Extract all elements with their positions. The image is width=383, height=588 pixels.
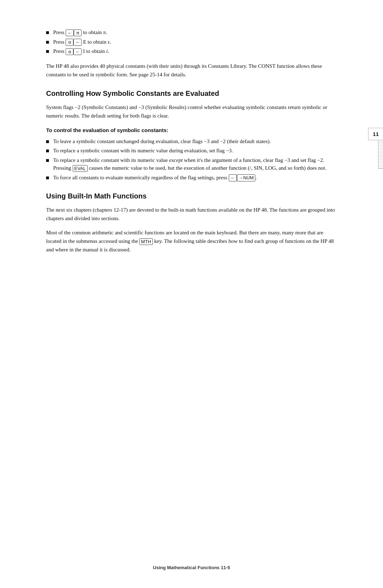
- bullet-icon: [46, 140, 49, 143]
- num-key: →NUM: [237, 174, 256, 181]
- alpha-key: α: [66, 48, 73, 55]
- subsection-heading: To control the evaluation of symbolic co…: [46, 127, 337, 133]
- text-after: I to obtain i.: [82, 48, 109, 54]
- footer: Using Mathematical Functions 11-5: [0, 565, 383, 570]
- press-label: Press: [53, 29, 66, 35]
- control-bullet-list: To leave a symbolic constant unchanged d…: [46, 137, 337, 182]
- intro-paragraph: The HP 48 also provides 40 physical cons…: [46, 62, 337, 79]
- list-item: To leave a symbolic constant unchanged d…: [46, 137, 337, 146]
- list-item: To force all constants to evaluate numer…: [46, 174, 337, 182]
- list-item: Press α← I to obtain i.: [46, 47, 337, 55]
- shift-key: ←: [73, 48, 82, 55]
- section1-heading: Controlling How Symbolic Constants are E…: [46, 89, 337, 98]
- bullet-icon: [46, 159, 49, 162]
- list-item: Press ←π to obtain π.: [46, 28, 337, 37]
- press-label: Press: [53, 39, 66, 45]
- page: Press ←π to obtain π. Press α← E to obta…: [0, 0, 383, 588]
- section1-paragraph: System flags −2 (Symbolic Constants) and…: [46, 103, 337, 120]
- eval-key: EVAL: [73, 165, 88, 172]
- bullet-icon: [46, 149, 49, 152]
- top-bullet-list: Press ←π to obtain π. Press α← E to obta…: [46, 28, 337, 55]
- text-after: to obtain π.: [82, 29, 107, 35]
- shift-key: ←: [66, 29, 74, 37]
- section2-para2: Most of the common arithmetic and scient…: [46, 228, 337, 254]
- bullet-text: To force all constants to evaluate numer…: [53, 174, 257, 182]
- side-page-number: 11: [368, 128, 383, 140]
- section2-para1: The next six chapters (chapters 12-17) a…: [46, 206, 337, 223]
- shift-key: ←: [73, 39, 82, 46]
- text-after: E to obtain ε.: [82, 39, 111, 45]
- bullet-text: To leave a symbolic constant unchanged d…: [53, 137, 271, 146]
- section2-heading: Using Built-In Math Functions: [46, 191, 337, 201]
- bullet-text: To replace a symbolic constant with its …: [53, 147, 233, 155]
- list-item: Press α← E to obtain ε.: [46, 38, 337, 46]
- bullet-icon: [46, 31, 49, 34]
- bullet-icon: [46, 50, 49, 53]
- list-item: To replace a symbolic constant with its …: [46, 147, 337, 155]
- side-number-area: 11: [368, 128, 383, 169]
- alpha-key: α: [66, 39, 73, 46]
- footer-text: Using Mathematical Functions 11-5: [153, 565, 230, 570]
- bullet-icon: [46, 41, 49, 44]
- bullet-text: To replace a symbolic constant with its …: [53, 156, 337, 172]
- bullet-text: Press α← I to obtain i.: [53, 47, 109, 55]
- bullet-text: Press ←π to obtain π.: [53, 28, 107, 37]
- pi-key: π: [74, 29, 82, 37]
- left-arrow-key: ←: [229, 174, 237, 181]
- side-decoration: [378, 140, 383, 169]
- content-area: Press ←π to obtain π. Press α← E to obta…: [46, 28, 337, 254]
- list-item: To replace a symbolic constant with its …: [46, 156, 337, 172]
- bullet-text: Press α← E to obtain ε.: [53, 38, 111, 46]
- mth-key: MTH: [139, 238, 153, 245]
- press-label: Press: [53, 48, 66, 54]
- bullet-icon: [46, 176, 49, 179]
